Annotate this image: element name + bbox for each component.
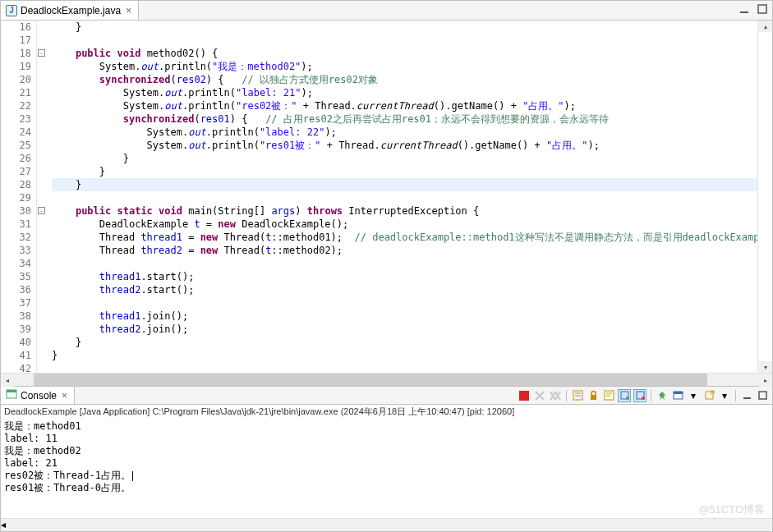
scroll-right-button[interactable]: ▸: [759, 374, 772, 387]
scroll-lock-icon[interactable]: [587, 389, 600, 402]
scroll-up-button[interactable]: ▴: [758, 21, 772, 32]
editor-tabbar: J DeadlockExample.java ×: [1, 1, 772, 21]
svg-rect-3: [7, 390, 16, 392]
display-selected-console-icon[interactable]: [671, 389, 684, 402]
terminate-icon[interactable]: [518, 389, 531, 402]
close-icon[interactable]: ×: [124, 5, 133, 16]
svg-rect-21: [674, 392, 683, 394]
console-icon: [6, 388, 17, 402]
maximize-icon[interactable]: [756, 389, 769, 402]
console-launch-info: DeadlockExample [Java Application] C:\Pr…: [1, 405, 772, 419]
editor-body[interactable]: 1617181920212223242526272829303132333435…: [1, 21, 772, 373]
java-file-icon: J: [6, 5, 17, 16]
show-console-on-err-icon[interactable]: [633, 389, 646, 402]
svg-rect-0: [740, 11, 748, 13]
scroll-left-button[interactable]: ◂: [1, 374, 14, 387]
code-area[interactable]: } public void method02() { System.out.pr…: [37, 21, 757, 373]
svg-point-17: [626, 397, 629, 400]
minimize-icon[interactable]: [738, 2, 751, 16]
console-tabbar: Console × ▾ ▾: [1, 387, 772, 405]
pin-console-icon[interactable]: [656, 389, 669, 402]
console-tab[interactable]: Console ×: [1, 387, 75, 404]
remove-all-icon[interactable]: [549, 389, 562, 402]
maximize-icon[interactable]: [756, 2, 769, 16]
remove-launch-icon[interactable]: [533, 389, 546, 402]
svg-rect-4: [519, 391, 529, 401]
dropdown-chevron-icon[interactable]: ▾: [687, 389, 700, 402]
word-wrap-icon[interactable]: [602, 389, 615, 402]
svg-rect-24: [743, 397, 751, 399]
editor-tab[interactable]: J DeadlockExample.java ×: [1, 1, 139, 20]
console-toolbar: ▾ ▾: [518, 389, 769, 402]
clear-console-icon[interactable]: [571, 389, 584, 402]
dropdown-chevron-icon[interactable]: ▾: [718, 389, 731, 402]
svg-rect-14: [591, 395, 596, 400]
svg-point-19: [642, 397, 645, 400]
scrollbar-thumb[interactable]: [34, 374, 707, 386]
editor-pane: J DeadlockExample.java × 161718192021222…: [1, 1, 772, 387]
console-pane: Console × ▾ ▾: [1, 387, 772, 531]
open-console-icon[interactable]: [702, 389, 715, 402]
console-output[interactable]: 我是：method01label: 11我是：method02label: 21…: [1, 419, 772, 518]
console-tab-label: Console: [21, 390, 57, 401]
editor-tab-filename: DeadlockExample.java: [21, 5, 121, 16]
close-icon[interactable]: ×: [60, 390, 69, 401]
scroll-down-button[interactable]: ▾: [758, 361, 772, 373]
overview-ruler[interactable]: ▴ ▾: [757, 21, 772, 373]
minimize-icon[interactable]: [740, 389, 753, 402]
line-number-gutter[interactable]: 1617181920212223242526272829303132333435…: [1, 21, 37, 373]
svg-rect-1: [758, 5, 766, 13]
scroll-left-button[interactable]: ◂: [1, 519, 772, 530]
console-horizontal-scrollbar[interactable]: ◂ ▸: [1, 518, 772, 531]
editor-horizontal-scrollbar[interactable]: ◂ ▸: [1, 373, 772, 386]
show-console-on-out-icon[interactable]: [618, 389, 631, 402]
svg-rect-25: [759, 392, 766, 399]
